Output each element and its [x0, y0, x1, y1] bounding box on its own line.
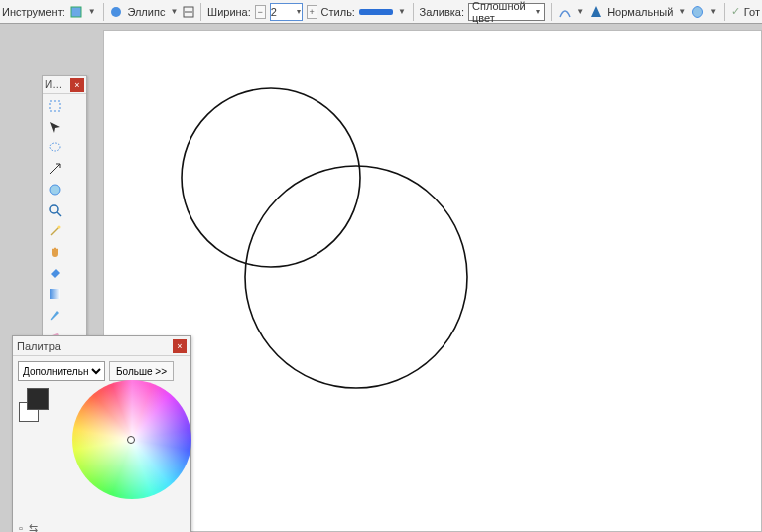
width-label: Ширина:	[207, 6, 251, 18]
fill-value: Сплошной цвет	[472, 0, 535, 24]
chevron-down-icon[interactable]: ▾	[296, 7, 302, 16]
bucket-tool-icon[interactable]	[45, 263, 64, 283]
ready-label: Гот	[744, 6, 760, 18]
chevron-down-icon[interactable]: ▼	[87, 7, 97, 16]
options-bar: Инструмент: ▼ Эллипс ▼ Ширина: − 2▾ + Ст…	[0, 0, 762, 24]
close-icon[interactable]: ×	[173, 339, 187, 353]
palette-mini-icons: ▫ ⇆	[19, 522, 38, 532]
paint-mode-icon[interactable]	[589, 4, 603, 20]
svg-rect-6	[50, 101, 60, 111]
drawing	[104, 31, 759, 527]
chevron-down-icon[interactable]: ▼	[169, 7, 179, 16]
palette-more-button[interactable]: Больше >>	[109, 361, 174, 381]
width-value: 2	[271, 6, 277, 18]
tools-title: И…	[45, 79, 62, 90]
chevron-down-icon[interactable]: ▼	[708, 7, 718, 16]
tool-current-icon[interactable]	[69, 4, 83, 20]
svg-point-9	[50, 205, 58, 213]
width-minus-button[interactable]: −	[255, 5, 266, 19]
svg-point-11	[58, 226, 61, 229]
palette-title: Палитра	[17, 340, 61, 352]
tools-titlebar[interactable]: И… ×	[43, 76, 86, 94]
opacity-icon[interactable]	[691, 4, 704, 20]
separator	[551, 3, 552, 21]
stroke-style-swatch[interactable]	[359, 9, 393, 15]
palette-mode-select[interactable]: Дополнительн…	[18, 361, 105, 381]
fill-label: Заливка:	[420, 6, 464, 18]
svg-marker-4	[591, 6, 601, 17]
zoom-tool-icon[interactable]	[45, 200, 64, 220]
curve-icon[interactable]	[558, 4, 572, 20]
separator	[103, 3, 104, 21]
svg-point-7	[50, 143, 60, 151]
svg-point-5	[693, 6, 703, 17]
svg-point-1	[111, 7, 121, 17]
ellipse-shape-2[interactable]	[245, 166, 467, 388]
color-wheel-area: ▫ ⇆	[13, 384, 190, 532]
width-plus-button[interactable]: +	[307, 5, 318, 19]
gradient-tool-icon[interactable]	[45, 284, 64, 304]
lasso-tool-icon[interactable]	[45, 138, 64, 158]
ellipse-shape-1[interactable]	[182, 88, 360, 267]
svg-rect-0	[71, 7, 81, 17]
workspace: И… × T ʃ	[0, 24, 762, 532]
wand-tool-icon[interactable]	[45, 221, 64, 241]
fg-bg-swatch[interactable]	[19, 388, 53, 422]
palette-panel: Палитра × Дополнительн… Больше >> ▫ ⇆	[12, 335, 191, 532]
ellipse-tool-icon[interactable]	[45, 180, 64, 200]
tool-label: Инструмент:	[2, 6, 65, 18]
color-picker-marker[interactable]	[127, 436, 135, 444]
separator	[200, 3, 201, 21]
palette-titlebar[interactable]: Палитра ×	[13, 336, 190, 356]
brush-tool-icon[interactable]	[45, 305, 64, 325]
separator	[413, 3, 414, 21]
swap-colors-icon[interactable]: ⇆	[29, 522, 38, 532]
svg-line-10	[57, 212, 61, 216]
check-icon: ✓	[731, 5, 740, 18]
hand-tool-icon[interactable]	[45, 242, 64, 262]
style-label: Стиль:	[321, 6, 355, 18]
chevron-down-icon[interactable]: ▼	[575, 7, 585, 16]
palette-controls-row: Дополнительн… Больше >>	[13, 356, 190, 384]
fill-select[interactable]: Сплошной цвет▾	[468, 3, 545, 21]
width-input[interactable]: 2▾	[270, 3, 303, 21]
rect-select-tool-icon[interactable]	[45, 96, 64, 116]
close-icon[interactable]: ×	[70, 78, 84, 92]
chevron-down-icon[interactable]: ▼	[677, 7, 687, 16]
shape-name: Эллипс	[127, 6, 165, 18]
arrow-tool-icon[interactable]	[45, 159, 64, 179]
chevron-down-icon[interactable]: ▼	[397, 7, 407, 16]
shape-options-icon[interactable]	[183, 4, 194, 20]
foreground-color-swatch[interactable]	[27, 388, 49, 410]
move-tool-icon[interactable]	[45, 117, 64, 137]
separator	[724, 3, 725, 21]
chevron-down-icon: ▾	[535, 7, 541, 16]
canvas[interactable]	[103, 30, 762, 532]
add-swatch-icon[interactable]: ▫	[19, 522, 23, 532]
svg-point-8	[50, 185, 60, 195]
ellipse-icon[interactable]	[109, 4, 123, 20]
blend-mode-label[interactable]: Нормальный	[607, 6, 673, 18]
svg-rect-12	[50, 289, 60, 299]
